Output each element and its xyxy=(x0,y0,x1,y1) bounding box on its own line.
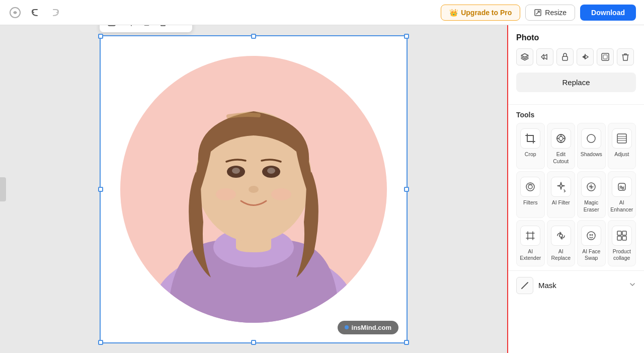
canvas-element[interactable]: insMind.com xyxy=(100,35,408,343)
ai-filter-label: AI Filter xyxy=(552,199,570,206)
element-toolbar xyxy=(100,25,192,32)
tools-title: Tools xyxy=(512,111,640,123)
tool-ai-enhancer[interactable]: AI Enhancer xyxy=(608,171,636,218)
mask-chevron-icon xyxy=(629,281,636,290)
resize-button[interactable]: Resize xyxy=(525,5,575,21)
svg-rect-41 xyxy=(617,236,621,240)
mask-icon xyxy=(516,277,533,294)
svg-rect-39 xyxy=(617,231,621,235)
tool-magic-eraser[interactable]: Magic Eraser xyxy=(577,171,606,218)
ai-enhancer-icon xyxy=(612,177,632,197)
upgrade-button[interactable]: 👑 Upgrade to Pro xyxy=(441,5,520,21)
tool-ai-extender[interactable]: AI Extender xyxy=(516,220,545,266)
svg-rect-2 xyxy=(108,25,115,26)
toolbar-crop-button[interactable] xyxy=(122,25,136,29)
tool-product-collage[interactable]: Product collage xyxy=(608,220,636,266)
tool-crop[interactable]: Crop xyxy=(516,123,545,169)
image-container: insMind.com xyxy=(100,35,408,343)
magic-eraser-label: Magic Eraser xyxy=(580,199,603,213)
panel-wrap-button[interactable] xyxy=(597,48,614,65)
smart-select-button[interactable] xyxy=(105,25,119,29)
svg-rect-40 xyxy=(622,231,626,235)
crown-icon: 👑 xyxy=(449,9,458,17)
svg-point-16 xyxy=(216,188,236,200)
tool-ai-replace[interactable]: AI Replace xyxy=(547,220,576,266)
watermark-dot xyxy=(345,325,349,329)
tool-adjust[interactable]: Adjust xyxy=(608,123,636,169)
svg-point-37 xyxy=(590,234,591,236)
redo-button[interactable] xyxy=(48,6,62,20)
resize-icon xyxy=(534,9,542,17)
svg-point-14 xyxy=(267,168,275,174)
edit-cutout-label: Edit Cutout xyxy=(549,151,573,165)
topbar-right: 👑 Upgrade to Pro Resize Download xyxy=(441,5,636,21)
undo-button[interactable] xyxy=(28,6,42,20)
svg-point-15 xyxy=(249,186,259,193)
filters-icon xyxy=(520,177,540,197)
ai-face-swap-icon xyxy=(581,226,601,246)
crop-label: Crop xyxy=(525,151,536,158)
ai-replace-icon xyxy=(551,226,571,246)
tools-section: Tools Crop xyxy=(508,111,644,270)
svg-rect-34 xyxy=(528,233,533,238)
logo-icon[interactable] xyxy=(8,6,22,20)
svg-point-23 xyxy=(559,136,563,140)
tool-ai-face-swap[interactable]: AI Face Swap xyxy=(577,220,606,266)
panel-animation-button[interactable] xyxy=(536,48,553,65)
edit-cutout-icon xyxy=(551,128,571,149)
tool-shadows[interactable]: Shadows xyxy=(577,123,606,169)
tool-ai-filter[interactable]: AI Filter xyxy=(547,171,576,218)
divider xyxy=(508,104,644,105)
ai-face-swap-label: AI Face Swap xyxy=(580,248,603,262)
mask-section[interactable]: Mask xyxy=(508,270,644,300)
replace-button[interactable]: Replace xyxy=(516,73,636,92)
panel-photo-section: Photo xyxy=(508,25,644,104)
svg-point-13 xyxy=(232,168,240,174)
ai-enhancer-label: AI Enhancer xyxy=(610,199,634,213)
svg-rect-19 xyxy=(602,53,609,60)
panel-flip-button[interactable] xyxy=(577,48,594,65)
ai-filter-icon xyxy=(551,177,571,197)
main-area: insMind.com Photo xyxy=(0,25,644,353)
canvas-area[interactable]: insMind.com xyxy=(0,25,507,353)
topbar: 👑 Upgrade to Pro Resize Download xyxy=(0,0,644,25)
left-collapse-tab[interactable] xyxy=(0,177,6,201)
adjust-label: Adjust xyxy=(614,151,629,158)
download-label: Download xyxy=(591,9,625,17)
panel-lock-button[interactable] xyxy=(556,48,574,65)
svg-point-30 xyxy=(528,185,532,189)
panel-title: Photo xyxy=(516,33,636,42)
tool-filters[interactable]: Filters xyxy=(516,171,545,218)
watermark: insMind.com xyxy=(338,321,398,334)
ai-replace-label: AI Replace xyxy=(549,248,573,262)
topbar-left xyxy=(8,6,62,20)
crop-icon xyxy=(520,128,540,149)
magic-eraser-icon xyxy=(581,177,601,197)
upgrade-label: Upgrade to Pro xyxy=(461,9,512,17)
toolbar-more-button[interactable] xyxy=(173,25,187,29)
tools-grid: Crop Edit Cutout xyxy=(512,123,640,266)
ai-extender-icon xyxy=(520,226,540,246)
svg-point-17 xyxy=(271,188,291,200)
tool-edit-cutout[interactable]: Edit Cutout xyxy=(547,123,576,169)
ai-extender-label: AI Extender xyxy=(519,248,542,262)
svg-point-24 xyxy=(587,134,595,143)
download-button[interactable]: Download xyxy=(580,5,636,21)
mask-left: Mask xyxy=(516,277,556,294)
svg-rect-20 xyxy=(603,55,607,59)
product-collage-icon xyxy=(612,226,632,246)
smart-select-btn-wrap xyxy=(105,25,119,29)
panel-layers-button[interactable] xyxy=(516,48,533,65)
toolbar-delete-button[interactable] xyxy=(156,25,170,29)
svg-rect-42 xyxy=(622,236,626,240)
panel-delete-button[interactable] xyxy=(617,48,634,65)
toolbar-duplicate-button[interactable] xyxy=(139,25,153,29)
right-panel: Photo xyxy=(507,25,644,353)
svg-rect-18 xyxy=(562,56,568,60)
shadows-icon xyxy=(581,128,601,149)
panel-icon-row xyxy=(516,48,636,65)
photo-circle xyxy=(120,56,387,323)
shadows-label: Shadows xyxy=(581,151,602,158)
adjust-icon xyxy=(612,128,632,149)
product-collage-label: Product collage xyxy=(610,248,634,262)
